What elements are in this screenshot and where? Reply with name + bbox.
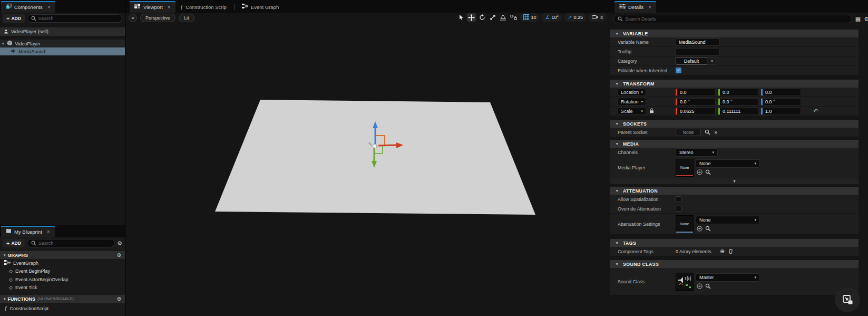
- tree-item-videoplayer-self[interactable]: VideoPlayer (self): [0, 27, 125, 36]
- select-tool-icon[interactable]: [456, 13, 465, 22]
- tree-item-mediasound[interactable]: MediaSound: [0, 47, 125, 55]
- details-search[interactable]: [613, 15, 852, 23]
- sound-class-thumbnail[interactable]: [676, 273, 694, 291]
- allow-spatialization-checkbox[interactable]: [676, 196, 681, 202]
- add-array-element-icon[interactable]: ⊕: [720, 248, 725, 255]
- transform-gizmo[interactable]: [344, 119, 412, 177]
- event-item-tick[interactable]: ◇ Event Tick: [0, 284, 125, 292]
- display-settings-gear-icon[interactable]: ⚙: [864, 16, 868, 23]
- browse-asset-icon[interactable]: [705, 226, 711, 233]
- clear-socket-icon[interactable]: ×: [714, 129, 717, 136]
- reset-to-default-icon[interactable]: ↶: [813, 108, 818, 114]
- rotation-y-field[interactable]: 0.0 °: [718, 98, 758, 106]
- tab-event-graph[interactable]: Event Graph: [237, 1, 284, 13]
- socket-search-icon[interactable]: [705, 129, 710, 135]
- advanced-expander[interactable]: ▾: [610, 178, 859, 185]
- tab-components[interactable]: Components ×: [1, 1, 55, 13]
- settings-gear-icon[interactable]: ⚙: [117, 240, 122, 247]
- event-item-beginplay[interactable]: ◇ Event BeginPlay: [0, 267, 125, 276]
- rotation-z-field[interactable]: 0.0 °: [761, 98, 801, 106]
- use-selected-asset-icon[interactable]: [697, 226, 703, 233]
- rotation-snap-toggle[interactable]: ∠ 10°: [541, 13, 562, 22]
- tab-construction-script[interactable]: ƒ Construction Scrip: [175, 1, 231, 13]
- perspective-dropdown[interactable]: Perspective: [140, 14, 175, 22]
- details-search-input[interactable]: [625, 16, 848, 22]
- actor-snapping-icon[interactable]: [509, 13, 518, 22]
- override-attenuation-checkbox[interactable]: [676, 206, 681, 212]
- tree-item-videoplayer[interactable]: ▾ VideoPlayer: [0, 40, 125, 47]
- scale-dropdown[interactable]: Scale ▾: [618, 107, 646, 115]
- close-icon[interactable]: ×: [168, 4, 171, 10]
- media-player-thumbnail[interactable]: None: [676, 159, 694, 177]
- attenuation-settings-dropdown[interactable]: None ▾: [696, 216, 760, 224]
- variable-section-header[interactable]: ▾ VARIABLE: [610, 30, 859, 37]
- rotation-x-field[interactable]: 0.0 °: [676, 98, 716, 106]
- rotation-dropdown[interactable]: Rotation ▾: [618, 98, 646, 106]
- event-item-actorbeginoverlap[interactable]: ◇ Event ActorBeginOverlap: [0, 275, 125, 284]
- tab-viewport[interactable]: Viewport ×: [130, 1, 175, 13]
- attenuation-settings-thumbnail[interactable]: None: [676, 215, 694, 233]
- add-function-icon[interactable]: ⊕: [117, 296, 121, 302]
- graphs-section-header[interactable]: ▾ GRAPHS ⊕: [0, 251, 125, 259]
- grid-snap-toggle[interactable]: 10: [520, 13, 540, 22]
- scale-snap-toggle[interactable]: ↗ 0.25: [564, 13, 587, 22]
- components-search[interactable]: [27, 14, 122, 23]
- use-selected-asset-icon[interactable]: [697, 283, 703, 290]
- move-tool-icon[interactable]: [467, 13, 476, 22]
- close-icon[interactable]: ×: [47, 4, 51, 10]
- functions-section-header[interactable]: ▾ FUNCTIONS (18 OVERRIDABLE) ⊕: [0, 295, 125, 303]
- attenuation-section-header[interactable]: ▾ ATTENUATION: [610, 187, 859, 195]
- channels-dropdown[interactable]: Stereo ▾: [676, 148, 718, 157]
- tab-my-blueprint[interactable]: My Blueprint ×: [1, 226, 55, 237]
- graph-item-eventgraph[interactable]: EventGraph: [0, 259, 125, 267]
- viewport-options-menu[interactable]: ≡: [129, 14, 137, 22]
- scale-lock-icon[interactable]: [649, 108, 654, 114]
- parent-socket-value[interactable]: None: [676, 129, 701, 136]
- add-graph-icon[interactable]: ⊕: [117, 252, 121, 258]
- close-icon[interactable]: ×: [648, 4, 651, 10]
- gizmo-origin[interactable]: [373, 144, 377, 148]
- chevron-down-icon[interactable]: ▾: [707, 57, 717, 65]
- property-matrix-icon[interactable]: ▦: [855, 16, 861, 23]
- scale-x-field[interactable]: 0.0625: [676, 108, 716, 115]
- browse-asset-icon[interactable]: [705, 283, 711, 290]
- location-x-field[interactable]: 0.0: [676, 89, 716, 96]
- function-item-constructionscript[interactable]: ƒ ConstructionScript: [0, 304, 125, 313]
- gizmo-x-axis[interactable]: [378, 145, 396, 146]
- sockets-section-header[interactable]: ▾ SOCKETS: [610, 120, 859, 128]
- tab-details[interactable]: Details ×: [615, 1, 656, 13]
- add-blueprint-item-button[interactable]: + ADD: [3, 239, 25, 247]
- view-mode-dropdown[interactable]: Lit: [179, 14, 194, 22]
- scale-tool-icon[interactable]: [488, 13, 497, 22]
- my-blueprint-search-input[interactable]: [38, 241, 111, 246]
- restore-panel-button[interactable]: [835, 287, 860, 312]
- my-blueprint-search[interactable]: [27, 239, 115, 247]
- surface-snapping-icon[interactable]: [499, 13, 508, 22]
- components-search-input[interactable]: [38, 16, 118, 21]
- scale-z-field[interactable]: 1.0: [761, 108, 801, 115]
- browse-asset-icon[interactable]: [705, 169, 711, 176]
- media-section-header[interactable]: ▾ MEDIA: [610, 140, 859, 148]
- location-z-field[interactable]: 0.0: [761, 89, 801, 96]
- category-dropdown[interactable]: Default ▾: [676, 57, 717, 65]
- location-dropdown[interactable]: Location ▾: [618, 88, 646, 96]
- tooltip-input[interactable]: [676, 48, 720, 55]
- viewport-panel[interactable]: Viewport × ƒ Construction Scrip Event Gr…: [125, 0, 610, 316]
- add-component-button[interactable]: + ADD: [3, 14, 25, 23]
- tags-section-header[interactable]: ▾ TAGS: [610, 239, 859, 247]
- gizmo-plane-handle[interactable]: [375, 136, 385, 145]
- use-selected-asset-icon[interactable]: [697, 169, 703, 176]
- sound-class-dropdown[interactable]: Master ▾: [696, 273, 760, 282]
- scale-y-field[interactable]: 0.111111: [718, 108, 758, 115]
- rotate-tool-icon[interactable]: [477, 13, 486, 22]
- media-player-dropdown[interactable]: None ▾: [696, 159, 760, 168]
- variable-name-input[interactable]: [676, 39, 720, 46]
- camera-speed-control[interactable]: 4: [588, 13, 607, 22]
- transform-section-header[interactable]: ▾ TRANSFORM: [610, 80, 859, 88]
- trash-icon[interactable]: [728, 248, 733, 255]
- expand-chevron-icon[interactable]: ▾: [2, 42, 4, 46]
- sound-class-section-header[interactable]: ▾ SOUND CLASS: [610, 260, 859, 268]
- location-y-field[interactable]: 0.0: [718, 89, 758, 96]
- editable-when-inherited-checkbox[interactable]: ✓: [676, 68, 681, 73]
- close-icon[interactable]: ×: [47, 229, 50, 235]
